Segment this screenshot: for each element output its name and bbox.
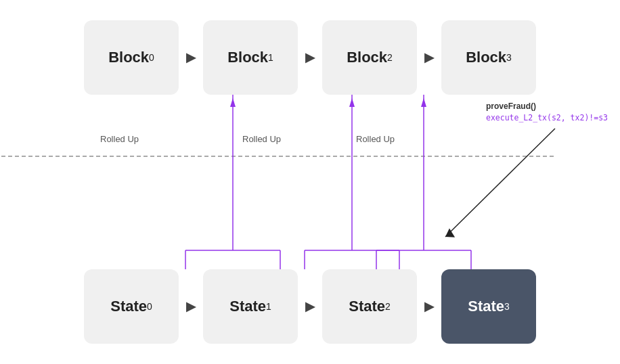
- svg-line-15: [445, 129, 555, 237]
- block-2: Block2: [322, 20, 417, 95]
- blocks-row: Block0 ▶ Block1 ▶ Block2 ▶ Block3: [84, 20, 536, 95]
- prove-fraud-title: proveFraud(): [486, 100, 608, 112]
- dashed-separator: [0, 156, 554, 157]
- svg-marker-14: [421, 98, 426, 107]
- svg-marker-9: [349, 98, 355, 107]
- prove-fraud-annotation: proveFraud() execute_L2_tx(s2, tx2)!=s3: [486, 100, 608, 124]
- block-3: Block3: [441, 20, 536, 95]
- states-row: State0 ▶ State1 ▶ State2 ▶ State3: [84, 269, 536, 344]
- block-1: Block1: [203, 20, 298, 95]
- state-1: State1: [203, 269, 298, 344]
- rolled-up-label-1: Rolled Up: [100, 134, 139, 144]
- arrow-state-0-1: ▶: [179, 299, 203, 314]
- state-0: State0: [84, 269, 179, 344]
- arrow-state-2-3: ▶: [417, 299, 441, 314]
- prove-fraud-code: execute_L2_tx(s2, tx2)!=s3: [486, 112, 608, 124]
- arrow-block-1-2: ▶: [298, 50, 322, 65]
- state-2: State2: [322, 269, 417, 344]
- svg-marker-16: [445, 228, 455, 238]
- rolled-up-label-2: Rolled Up: [242, 134, 281, 144]
- rolled-up-label-3: Rolled Up: [356, 134, 395, 144]
- svg-marker-4: [230, 98, 236, 107]
- block-0: Block0: [84, 20, 179, 95]
- arrow-state-1-2: ▶: [298, 299, 322, 314]
- state-3: State3: [441, 269, 536, 344]
- diagram-container: Block0 ▶ Block1 ▶ Block2 ▶ Block3 State0…: [0, 0, 620, 364]
- arrow-block-0-1: ▶: [179, 50, 203, 65]
- arrow-block-2-3: ▶: [417, 50, 441, 65]
